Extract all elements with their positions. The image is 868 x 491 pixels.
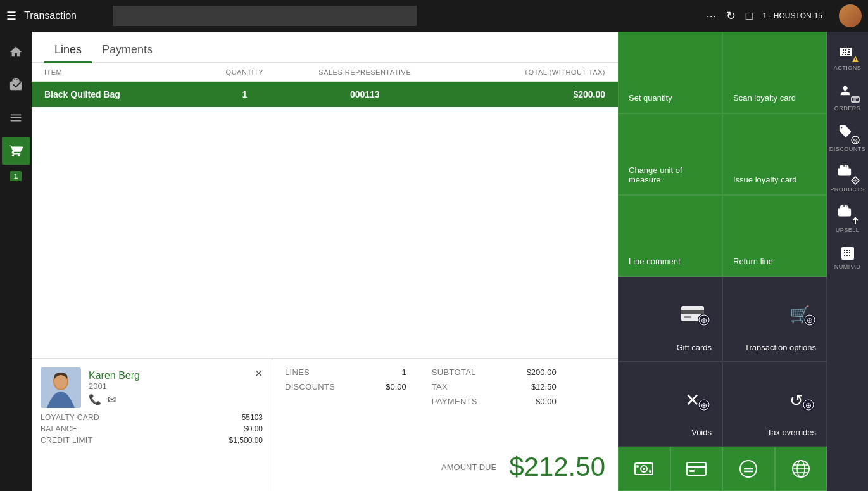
discounts-label: DISCOUNTS xyxy=(285,382,335,392)
sidebar-item-products[interactable] xyxy=(2,71,30,99)
card-button[interactable] xyxy=(670,447,723,491)
svg-rect-29 xyxy=(689,470,695,472)
customer-avatar xyxy=(41,367,81,408)
balance-label: BALANCE xyxy=(41,424,77,433)
svg-text:⊕: ⊕ xyxy=(805,401,812,410)
sidebar-item-upsell[interactable]: UPSELL xyxy=(827,199,868,239)
voids-label: Voids xyxy=(691,428,712,437)
left-sidebar: 1 xyxy=(0,32,32,491)
subtotal-value: $200.00 xyxy=(527,367,557,377)
row-quantity: 1 xyxy=(204,89,285,99)
summary-panel: LINES 1 DISCOUNTS $0.00 SUBTOTAL $200.00 xyxy=(272,359,618,491)
svg-rect-27 xyxy=(687,462,706,475)
customer-info: Karen Berg 2001 📞 ✉ xyxy=(89,370,247,405)
other-button[interactable] xyxy=(775,447,827,491)
transaction-table: ITEM QUANTITY SALES REPRESENTATIVE TOTAL… xyxy=(32,63,618,358)
payments-value: $0.00 xyxy=(536,397,557,406)
subtotal-label: SUBTOTAL xyxy=(432,367,476,377)
refresh-icon[interactable]: ↻ xyxy=(726,9,736,23)
table-row[interactable]: Black Quilted Bag 1 000113 $200.00 xyxy=(32,82,618,107)
action-grid: Set quantity Scan loyalty card Change un… xyxy=(618,32,827,447)
svg-text:%: % xyxy=(853,138,857,144)
balance-row: BALANCE $0.00 xyxy=(41,424,263,433)
credit-limit-label: CREDIT LIMIT xyxy=(41,436,92,445)
tab-payments[interactable]: Payments xyxy=(92,38,163,63)
tab-lines[interactable]: Lines xyxy=(44,38,92,63)
hamburger-icon[interactable]: ☰ xyxy=(6,9,16,23)
screen-icon[interactable]: □ xyxy=(746,10,753,23)
loyalty-card-value: 55103 xyxy=(242,413,263,422)
voids-button[interactable]: ✕ ⊕ Voids xyxy=(618,362,722,447)
cash-button[interactable] xyxy=(618,447,670,491)
discounts-label: DISCOUNTS xyxy=(829,146,866,152)
row-sales-rep: 000113 xyxy=(285,89,445,99)
sidebar-item-numpad[interactable]: NUMPAD xyxy=(827,239,868,276)
actions-label: ACTIONS xyxy=(834,65,862,71)
topbar: ☰ Transaction ··· ↻ □ 1 - HOUSTON-15 xyxy=(0,0,868,32)
tax-overrides-button[interactable]: ↺ ⊕ Tax overrides xyxy=(722,362,827,447)
lines-value: 1 xyxy=(402,367,406,377)
store-info: 1 - HOUSTON-15 xyxy=(763,11,822,20)
svg-text:⊕: ⊕ xyxy=(701,401,707,410)
col-total: TOTAL (WITHOUT TAX) xyxy=(445,68,605,76)
amount-due-label: AMOUNT DUE xyxy=(441,462,496,472)
exact-button[interactable] xyxy=(722,447,775,491)
loyalty-card-row: LOYALTY CARD 55103 xyxy=(41,413,263,422)
sidebar-item-orders[interactable]: ORDERS xyxy=(827,77,868,118)
discounts-value: $0.00 xyxy=(386,382,406,392)
set-quantity-button[interactable]: Set quantity xyxy=(618,32,722,113)
svg-point-40 xyxy=(855,61,855,61)
row-item: Black Quilted Bag xyxy=(44,89,204,99)
email-icon[interactable]: ✉ xyxy=(108,393,116,405)
customer-name: Karen Berg xyxy=(89,370,247,381)
close-customer-button[interactable]: ✕ xyxy=(255,367,263,379)
col-quantity: QUANTITY xyxy=(204,68,285,76)
sidebar-item-cart[interactable] xyxy=(2,137,30,165)
return-line-label: Return line xyxy=(733,257,773,266)
sidebar-item-actions[interactable]: ACTIONS xyxy=(827,37,868,77)
row-total: $200.00 xyxy=(445,89,605,99)
line-comment-label: Line comment xyxy=(629,257,681,266)
bottom-actions xyxy=(618,447,827,491)
scan-loyalty-card-label: Scan loyalty card xyxy=(733,93,796,103)
change-unit-button[interactable]: Change unit of measure xyxy=(618,113,722,195)
more-icon[interactable]: ··· xyxy=(707,10,716,23)
gift-cards-button[interactable]: ⊕ Gift cards xyxy=(618,277,722,362)
far-right-sidebar: ACTIONS ORDERS xyxy=(827,32,868,491)
payments-label: PAYMENTS xyxy=(432,397,477,406)
return-line-button[interactable]: Return line xyxy=(722,195,827,277)
tabs: Lines Payments xyxy=(32,32,618,63)
search-input[interactable] xyxy=(113,6,417,26)
phone-icon[interactable]: 📞 xyxy=(89,393,101,405)
sidebar-item-discounts[interactable]: % DISCOUNTS xyxy=(827,118,868,158)
scan-loyalty-card-button[interactable]: Scan loyalty card xyxy=(722,32,827,113)
loyalty-card-label: LOYALTY CARD xyxy=(41,413,99,422)
balance-value: $0.00 xyxy=(244,424,263,433)
numpad-label: NUMPAD xyxy=(834,264,860,270)
sidebar-item-products[interactable]: PRODUCTS xyxy=(827,158,868,199)
svg-point-26 xyxy=(649,470,651,473)
topbar-icons: ··· ↻ □ 1 - HOUSTON-15 xyxy=(707,4,862,27)
tax-value: $12.50 xyxy=(531,382,557,392)
svg-text:⊕: ⊕ xyxy=(701,316,707,325)
line-comment-button[interactable]: Line comment xyxy=(618,195,722,277)
svg-rect-5 xyxy=(681,310,704,314)
svg-rect-41 xyxy=(852,97,859,102)
customer-details: LOYALTY CARD 55103 BALANCE $0.00 CREDIT … xyxy=(41,413,263,445)
bottom-panel: Karen Berg 2001 📞 ✉ ✕ LOYALTY CARD 55103 xyxy=(32,358,618,491)
table-header: ITEM QUANTITY SALES REPRESENTATIVE TOTAL… xyxy=(32,63,618,82)
issue-loyalty-card-button[interactable]: Issue loyalty card xyxy=(722,113,827,195)
customer-id: 2001 xyxy=(89,381,247,391)
sidebar-item-home[interactable] xyxy=(2,38,30,66)
col-item: ITEM xyxy=(44,68,204,76)
svg-point-24 xyxy=(643,468,645,470)
lines-label: LINES xyxy=(285,367,310,377)
sidebar-item-menu[interactable] xyxy=(2,104,30,132)
user-avatar[interactable] xyxy=(839,4,862,27)
set-quantity-label: Set quantity xyxy=(629,93,672,103)
gift-cards-label: Gift cards xyxy=(676,343,712,352)
col-sales-rep: SALES REPRESENTATIVE xyxy=(285,68,445,76)
transaction-options-button[interactable]: 🛒 ⊕ Transaction options xyxy=(722,277,827,362)
credit-limit-row: CREDIT LIMIT $1,500.00 xyxy=(41,436,263,445)
orders-label: ORDERS xyxy=(834,105,861,112)
